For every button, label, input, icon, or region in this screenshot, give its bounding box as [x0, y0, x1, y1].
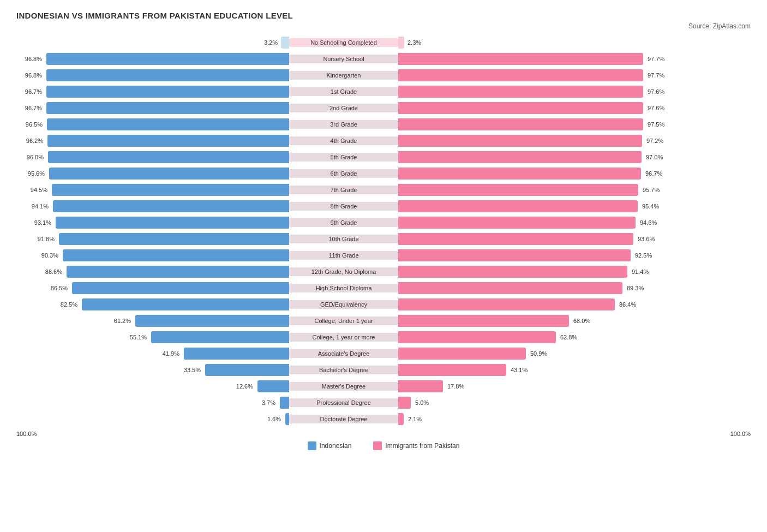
chart-row: 96.7% 1st Grade 97.6% [16, 85, 751, 99]
chart-row: 41.9% Associate's Degree 50.9% [16, 346, 751, 361]
chart-row: 94.1% 8th Grade 95.4% [16, 199, 751, 213]
legend-indonesian-color [308, 441, 316, 450]
chart-row: 96.7% 2nd Grade 97.6% [16, 101, 751, 115]
chart-row: 94.5% 7th Grade 95.7% [16, 183, 751, 197]
chart-row: 96.8% Kindergarten 97.7% [16, 68, 751, 82]
chart-row: 55.1% College, 1 year or more 62.8% [16, 330, 751, 344]
chart-row: 96.0% 5th Grade 97.0% [16, 150, 751, 164]
chart-row: 3.2% No Schooling Completed 2.3% [16, 35, 751, 50]
source-label: Source: ZipAtlas.com [16, 22, 751, 30]
chart-row: 90.3% 11th Grade 92.5% [16, 248, 751, 262]
legend-pakistan-color [373, 441, 382, 450]
chart-row: 95.6% 6th Grade 96.7% [16, 166, 751, 181]
chart-row: 96.2% 4th Grade 97.2% [16, 134, 751, 148]
chart-row: 93.1% 9th Grade 94.6% [16, 216, 751, 230]
chart-container: 3.2% No Schooling Completed 2.3% 96.8% N… [16, 35, 751, 450]
chart-row: 88.6% 12th Grade, No Diploma 91.4% [16, 265, 751, 279]
chart-row: 33.5% Bachelor's Degree 43.1% [16, 363, 751, 377]
chart-title: INDONESIAN VS IMMIGRANTS FROM PAKISTAN E… [16, 11, 751, 20]
axis-left: 100.0% [16, 431, 37, 437]
chart-row: 82.5% GED/Equivalency 86.4% [16, 297, 751, 312]
chart-row: 61.2% College, Under 1 year 68.0% [16, 314, 751, 328]
legend-indonesian-label: Indonesian [320, 442, 352, 450]
chart-row: 91.8% 10th Grade 93.6% [16, 232, 751, 246]
legend-indonesian: Indonesian [308, 441, 352, 450]
legend-pakistan-label: Immigrants from Pakistan [385, 442, 459, 450]
chart-row: 86.5% High School Diploma 89.3% [16, 281, 751, 295]
chart-row: 12.6% Master's Degree 17.8% [16, 379, 751, 393]
axis-right: 100.0% [730, 431, 751, 437]
chart-row: 96.5% 3rd Grade 97.5% [16, 117, 751, 131]
chart-row: 1.6% Doctorate Degree 2.1% [16, 412, 751, 426]
chart-row: 96.8% Nursery School 97.7% [16, 52, 751, 66]
legend-pakistan: Immigrants from Pakistan [373, 441, 459, 450]
chart-row: 3.7% Professional Degree 5.0% [16, 396, 751, 410]
